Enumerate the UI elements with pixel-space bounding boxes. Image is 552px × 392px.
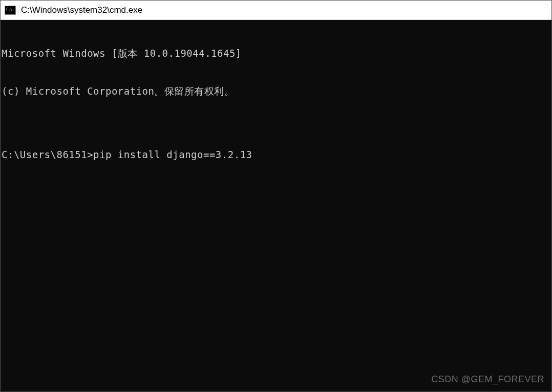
terminal-command-input[interactable]: pip install django==3.2.13 bbox=[93, 148, 252, 161]
terminal-output-line: (c) Microsoft Corporation。保留所有权利。 bbox=[2, 85, 550, 98]
title-bar[interactable]: C:\. C:\Windows\system32\cmd.exe bbox=[1, 1, 551, 20]
window-title: C:\Windows\system32\cmd.exe bbox=[21, 5, 142, 15]
cmd-window: C:\. C:\Windows\system32\cmd.exe Microso… bbox=[0, 0, 552, 392]
cmd-icon-glyph: C:\. bbox=[6, 8, 14, 12]
cmd-icon: C:\. bbox=[5, 6, 16, 15]
terminal-output-line: Microsoft Windows [版本 10.0.19044.1645] bbox=[2, 47, 550, 60]
terminal-prompt-line: C:\Users\86151>pip install django==3.2.1… bbox=[2, 148, 550, 161]
terminal-area[interactable]: Microsoft Windows [版本 10.0.19044.1645] (… bbox=[1, 20, 551, 391]
watermark-text: CSDN @GEM_FOREVER bbox=[431, 374, 544, 385]
terminal-prompt: C:\Users\86151> bbox=[2, 148, 93, 161]
